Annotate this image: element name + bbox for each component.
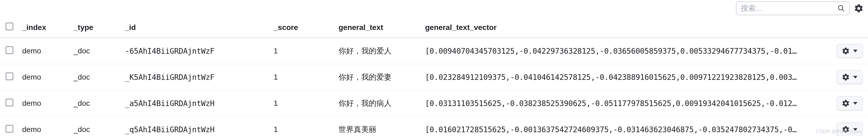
cell-type: _doc	[70, 116, 122, 136]
cell-general-text: 你好，我的爱人	[335, 38, 422, 64]
search-input[interactable]	[741, 4, 837, 13]
cell-score: 1	[270, 64, 335, 91]
cell-general-text: 世界真美丽	[335, 116, 422, 136]
table-row: demo_doc-65AhI4BiiGRDAjntWzF1你好，我的爱人[0.0…	[0, 38, 868, 64]
cell-vector: [0.03131103515625,-0.038238525390625,-0.…	[422, 91, 822, 116]
table-row: demo_doc_q5AhI4BiiGRDAjntWzH1世界真美丽[0.016…	[0, 116, 868, 136]
select-all-checkbox[interactable]	[6, 23, 13, 30]
cell-index: demo	[19, 38, 70, 64]
search-box[interactable]	[736, 2, 849, 15]
col-header-score[interactable]: _score	[270, 19, 335, 38]
gear-icon	[842, 47, 850, 55]
col-header-general-text[interactable]: general_text	[335, 19, 422, 38]
col-header-index[interactable]: _index	[19, 19, 70, 38]
chevron-down-icon	[853, 76, 858, 78]
gear-icon	[842, 99, 850, 107]
svg-line-1	[842, 9, 844, 11]
table-header-row: _index _type _id _score general_text gen…	[0, 19, 868, 38]
row-actions-button[interactable]	[837, 44, 863, 58]
cell-score: 1	[270, 38, 335, 64]
cell-id: _q5AhI4BiiGRDAjntWzH	[122, 116, 270, 136]
col-header-type[interactable]: _type	[70, 19, 122, 38]
cell-general-text: 你好，我的病人	[335, 91, 422, 116]
row-actions-button[interactable]	[837, 96, 863, 110]
row-checkbox[interactable]	[6, 73, 13, 80]
table-row: demo_doc_a5AhI4BiiGRDAjntWzH1你好，我的病人[0.0…	[0, 91, 868, 116]
table-row: demo_doc_K5AhI4BiiGRDAjntWzF1你好，我的爱妻[0.0…	[0, 64, 868, 91]
row-actions-button[interactable]	[837, 70, 863, 84]
row-checkbox[interactable]	[6, 46, 13, 54]
row-checkbox[interactable]	[6, 125, 13, 133]
cell-vector: [0.016021728515625,-0.001363754272460937…	[422, 116, 822, 136]
cell-type: _doc	[70, 64, 122, 91]
svg-point-0	[839, 6, 843, 10]
row-checkbox[interactable]	[6, 99, 13, 106]
chevron-down-icon	[853, 49, 858, 53]
cell-score: 1	[270, 91, 335, 116]
watermark: CSDN @Pure_Eyes	[815, 129, 862, 134]
cell-type: _doc	[70, 38, 122, 64]
gear-icon[interactable]	[854, 3, 864, 13]
cell-vector: [0.023284912109375,-0.041046142578125,-0…	[422, 64, 822, 91]
cell-score: 1	[270, 116, 335, 136]
gear-icon	[842, 73, 850, 81]
col-header-general-text-vector[interactable]: general_text_vector	[422, 19, 822, 38]
cell-type: _doc	[70, 91, 122, 116]
cell-index: demo	[19, 116, 70, 136]
top-toolbar	[0, 0, 868, 19]
col-header-id[interactable]: _id	[122, 19, 270, 38]
cell-general-text: 你好，我的爱妻	[335, 64, 422, 91]
cell-id: -65AhI4BiiGRDAjntWzF	[122, 38, 270, 64]
cell-vector: [0.00940704345703125,-0.04229736328125,-…	[422, 38, 822, 64]
cell-index: demo	[19, 64, 70, 91]
cell-index: demo	[19, 91, 70, 116]
results-table: _index _type _id _score general_text gen…	[0, 19, 868, 136]
search-icon	[837, 4, 845, 13]
chevron-down-icon	[853, 102, 858, 105]
cell-id: _K5AhI4BiiGRDAjntWzF	[122, 64, 270, 91]
cell-id: _a5AhI4BiiGRDAjntWzH	[122, 91, 270, 116]
